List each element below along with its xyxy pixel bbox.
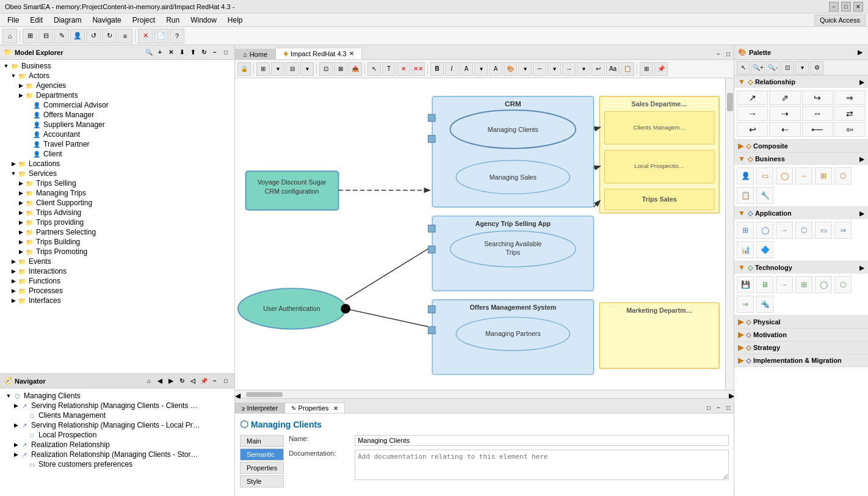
rel-arrow-9[interactable]: ↩	[737, 122, 768, 137]
toolbar-grid-icon[interactable]: ⊞	[23, 29, 37, 43]
doc-textarea[interactable]	[355, 450, 729, 480]
app-item-4[interactable]: ⬡	[795, 222, 812, 239]
diagram-canvas[interactable]: CRM Managing Clients Managing Sales Agen…	[235, 78, 725, 390]
biz-item-3[interactable]: ◯	[776, 167, 793, 184]
palette-section-motivation-header[interactable]: ▶ ◇ Motivation	[734, 329, 868, 341]
tech-item-7[interactable]: ⇒	[737, 296, 754, 313]
palette-section-relationship-header[interactable]: ▼ ◇ Relationship ▶	[734, 76, 868, 88]
font-dropdown-icon[interactable]: ▾	[474, 62, 488, 76]
toolbar-open-icon[interactable]: 📄	[154, 29, 168, 43]
tree-item-managing-trips[interactable]: ▶ 📁 Managing Trips	[0, 188, 234, 198]
new-icon[interactable]: +	[155, 48, 165, 57]
menu-help[interactable]: Help	[223, 15, 248, 26]
menu-window[interactable]: Window	[186, 15, 222, 26]
prop-vtab-main[interactable]: Main	[240, 435, 284, 447]
nav-item-realization-rel-2[interactable]: ▶ ↗ Realization Relationship (Managing C…	[2, 450, 232, 459]
close-panel-icon[interactable]: ✕	[166, 48, 176, 57]
tab-properties[interactable]: ✎ Properties ✕	[284, 403, 344, 413]
delete2-icon[interactable]: ✕✕	[411, 62, 425, 76]
toolbar-arrow-icon[interactable]: ↺	[86, 29, 101, 43]
refresh-icon[interactable]: ↻	[199, 48, 209, 57]
fit2-icon[interactable]: ⊠	[334, 62, 347, 76]
nav-next-icon[interactable]: ▶	[166, 376, 176, 386]
toolbar-grid2-icon[interactable]: ⊟	[38, 29, 53, 43]
menu-diagram[interactable]: Diagram	[49, 15, 86, 26]
palette-section-business-header[interactable]: ▼ ◇ Business ▶	[734, 153, 868, 165]
nav-prev-icon[interactable]: ◀	[155, 376, 165, 386]
tree-item-business[interactable]: ▼ 📁 Business	[0, 61, 234, 71]
menu-run[interactable]: Run	[161, 15, 184, 26]
italic-icon[interactable]: I	[445, 62, 458, 76]
nav-min-icon[interactable]: −	[210, 376, 220, 386]
nav-back-icon[interactable]: ⌂	[144, 376, 154, 386]
tree-item-travel-partner[interactable]: 👤 Travel Partner	[0, 139, 234, 149]
rel-arrow-5[interactable]: →	[737, 106, 768, 121]
nav-item-store-prefs[interactable]: ▭ Store customers preferences	[2, 459, 232, 469]
arrow-icon[interactable]: →	[562, 62, 576, 76]
palette-section-composite-header[interactable]: ▶ ◇ Composite	[734, 140, 868, 152]
prop-vtab-semantic[interactable]: Semantic	[240, 448, 284, 461]
toolbar-edit-icon[interactable]: ✎	[54, 29, 69, 43]
nav-max-icon[interactable]: □	[221, 376, 231, 386]
bottom-new-icon[interactable]: □	[704, 403, 713, 412]
biz-item-4[interactable]: →	[795, 167, 812, 184]
tech-item-3[interactable]: →	[776, 276, 793, 293]
palette-select-icon[interactable]: ↖	[737, 61, 750, 75]
tree-item-functions[interactable]: ▶ 📁 Functions	[0, 276, 234, 286]
menu-edit[interactable]: Edit	[25, 15, 48, 26]
tab-close-icon[interactable]: ✕	[349, 50, 354, 57]
pin-icon[interactable]: 📌	[654, 62, 668, 76]
undo-icon[interactable]: ↩	[591, 62, 605, 76]
palette-settings-icon[interactable]: ⚙	[810, 61, 823, 75]
toolbar-home-icon[interactable]: ⌂	[2, 29, 17, 43]
tech-item-1[interactable]: 💾	[737, 276, 754, 293]
zoom-dropdown-icon[interactable]: ▾	[271, 62, 284, 76]
tech-item-8[interactable]: 🔩	[756, 296, 773, 313]
tree-item-trips-providing[interactable]: ▶ 📁 Trips providing	[0, 217, 234, 227]
palette-section-application-header[interactable]: ▼ ◇ Application ▶	[734, 207, 868, 219]
tree-item-client-supporting[interactable]: ▶ 📁 Client Supporting	[0, 198, 234, 208]
menu-project[interactable]: Project	[128, 15, 160, 26]
menu-navigate[interactable]: Navigate	[87, 15, 126, 26]
layer-icon[interactable]: ⊞	[640, 62, 653, 76]
nav-back2-icon[interactable]: ◁	[188, 376, 198, 386]
toolbar-list-icon[interactable]: ≡	[118, 29, 132, 43]
minimize-button[interactable]: −	[829, 2, 839, 12]
line-icon[interactable]: ─	[533, 62, 546, 76]
nav-item-clients-mgmt[interactable]: □ Clients Management	[2, 410, 232, 420]
fit-icon[interactable]: ⊡	[319, 62, 333, 76]
rel-arrow-1[interactable]: ↗	[737, 90, 768, 105]
prop-vtab-properties[interactable]: Properties	[240, 462, 284, 474]
tab-interpreter[interactable]: ≥ Interpreter	[235, 403, 284, 413]
tree-item-departments[interactable]: ▶ 📁 Departments	[0, 90, 234, 100]
tree-item-trips-building[interactable]: ▶ 📁 Trips Building	[0, 237, 234, 247]
tree-item-events[interactable]: ▶ 📁 Events	[0, 257, 234, 266]
rel-arrow-10[interactable]: ⇠	[769, 122, 800, 137]
tech-item-4[interactable]: ⊞	[795, 276, 812, 293]
delete-icon[interactable]: ✕	[397, 62, 410, 76]
palette-dropdown-icon[interactable]: ▾	[795, 61, 809, 75]
vscroll-thumb[interactable]	[727, 93, 733, 111]
line-dropdown-icon[interactable]: ▾	[548, 62, 561, 76]
app-item-1[interactable]: ⊞	[737, 222, 754, 239]
bottom-max-icon[interactable]: □	[724, 403, 732, 412]
tab-properties-close[interactable]: ✕	[333, 405, 338, 412]
nav-item-serving-rel-2[interactable]: ▶ ↗ Serving Relationship (Managing Clien…	[2, 420, 232, 430]
arrange-icon[interactable]: ⊟	[286, 62, 299, 76]
expand-icon[interactable]: ⬇	[177, 48, 187, 57]
biz-item-8[interactable]: 🔧	[756, 187, 773, 204]
fontsize-icon[interactable]: A	[489, 62, 502, 76]
paste-icon[interactable]: 📋	[621, 62, 634, 76]
tab-diagram[interactable]: ◈ Impact RedHat 4.3 ✕	[275, 48, 362, 59]
tree-item-interfaces[interactable]: ▶ 📁 Interfaces	[0, 296, 234, 305]
app-item-2[interactable]: ◯	[756, 222, 773, 239]
style-icon[interactable]: Aa	[606, 62, 620, 76]
biz-item-1[interactable]: 👤	[737, 167, 754, 184]
tree-item-offers-manager[interactable]: 👤 Offers Manager	[0, 110, 234, 120]
tech-item-2[interactable]: 🖥	[756, 276, 773, 293]
toolbar-help-icon[interactable]: ?	[170, 29, 184, 43]
arrow-dropdown-icon[interactable]: ▾	[577, 62, 590, 76]
canvas-hscroll[interactable]: ◀ ▶	[235, 390, 734, 398]
tree-item-trips-selling[interactable]: ▶ 📁 Trips Selling	[0, 178, 234, 188]
palette-section-technology-header[interactable]: ▼ ◇ Technology ▶	[734, 261, 868, 274]
